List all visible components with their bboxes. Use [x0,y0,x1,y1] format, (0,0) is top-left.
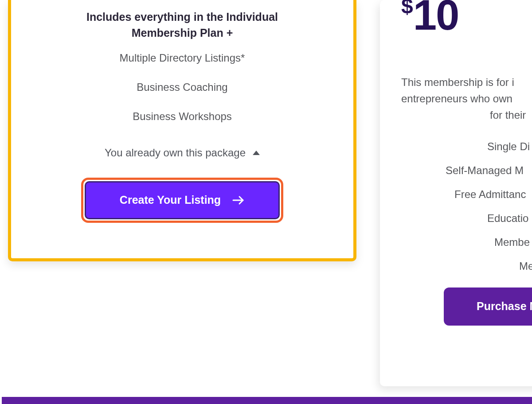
individual-plan-card: $10 A This membership is for i entrepren… [380,0,532,386]
arrow-right-icon [232,195,245,205]
price: $10 [401,0,532,36]
own-package-label: You already own this package [105,147,246,159]
purchase-label: Purchase M [477,300,532,313]
price-currency: $ [401,0,413,18]
chevron-up-icon [253,151,260,155]
feature-item: Membe [401,236,532,249]
feature-item: Educatio [401,212,532,225]
plan-feature-list: Single Di Self-Managed M Free Admittanc … [401,140,532,272]
price-amount: 10 [413,0,459,39]
feature-item: Self-Managed M [401,164,532,177]
desc-line: This membership is for i [401,74,532,90]
feature-item: Multiple Directory Listings* [11,52,353,64]
footer-bar [2,397,532,404]
desc-line: for their [401,107,532,123]
feature-item: Single Di [401,140,532,153]
feature-item: Business Coaching [11,81,353,93]
feature-item: Me [401,260,532,272]
cta-highlight-frame: Create Your Listing [81,178,283,223]
own-package-toggle[interactable]: You already own this package [105,147,260,159]
feature-item: Free Admittanc [401,188,532,201]
desc-line: entrepreneurs who own [401,90,532,107]
purchase-membership-button[interactable]: Purchase M [444,287,532,326]
create-listing-label: Create Your Listing [120,194,221,206]
price-subhead: A [401,44,532,54]
feature-item: Business Workshops [11,110,353,123]
plan-description: This membership is for i entrepreneurs w… [401,74,532,124]
business-plan-card: Includes everything in the Individual Me… [8,0,356,261]
create-listing-button[interactable]: Create Your Listing [85,181,280,219]
includes-heading: Includes everything in the Individual Me… [71,9,293,41]
